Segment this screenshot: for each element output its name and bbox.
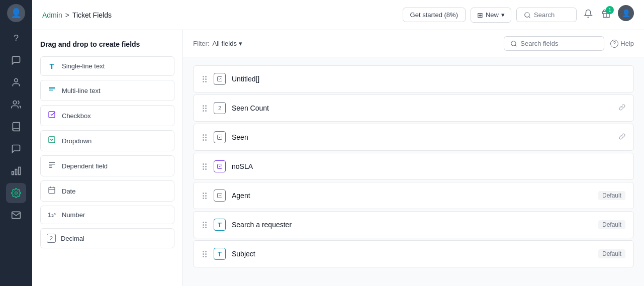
sidebar-icon-settings[interactable]	[6, 183, 26, 203]
drag-handle[interactable]	[202, 162, 208, 171]
field-type-badge	[214, 73, 226, 85]
default-badge: Default	[598, 191, 625, 200]
field-types-panel: Drag and drop to create fields T Single-…	[32, 30, 183, 286]
field-name: Search a requester	[232, 221, 592, 229]
svg-point-23	[511, 41, 516, 45]
svg-rect-4	[12, 171, 14, 175]
field-type-badge	[214, 189, 226, 202]
svg-rect-2	[19, 167, 20, 175]
breadcrumb-separator: >	[65, 11, 69, 19]
svg-line-7	[529, 16, 530, 18]
sidebar-icon-messages[interactable]	[6, 139, 26, 159]
breadcrumb: Admin > Ticket Fields	[42, 11, 112, 19]
sidebar-icon-contacts[interactable]	[6, 72, 26, 92]
svg-rect-3	[15, 169, 17, 175]
default-badge: Default	[598, 249, 625, 258]
content-area: Drag and drop to create fields T Single-…	[32, 30, 644, 286]
field-name: noSLA	[232, 162, 625, 170]
field-type-date[interactable]: Date	[40, 180, 174, 202]
default-badge: Default	[598, 220, 625, 229]
number-label: Number	[62, 211, 85, 219]
fields-content: Untitled[] 2 Seen Count	[183, 57, 644, 277]
filter-chevron-icon: ▾	[239, 40, 242, 47]
field-type-dependent[interactable]: Dependent field	[40, 155, 174, 176]
fields-list-header: Filter: All fields ▾ Search fields ? Hel…	[183, 30, 644, 57]
svg-point-6	[525, 12, 529, 17]
field-name: Seen Count	[232, 104, 613, 112]
svg-rect-14	[49, 137, 55, 143]
table-row[interactable]: Seen	[193, 124, 634, 151]
drag-handle[interactable]	[202, 221, 208, 229]
sidebar-icon-chat[interactable]	[6, 50, 26, 70]
get-started-button[interactable]: Get started (8%)	[403, 8, 466, 22]
field-type-badge: T	[214, 219, 226, 231]
field-type-checkbox[interactable]: Checkbox	[40, 105, 174, 126]
table-row[interactable]: T Subject Default	[193, 240, 634, 267]
dropdown-label: Dropdown	[62, 137, 91, 145]
search-fields-placeholder: Search fields	[520, 40, 558, 47]
sidebar-icon-knowledge[interactable]	[6, 117, 26, 137]
table-row[interactable]: T Search a requester Default	[193, 211, 634, 238]
breadcrumb-current: Ticket Fields	[72, 11, 112, 19]
decimal-label: Decimal	[61, 235, 84, 242]
field-panel-title: Drag and drop to create fields	[40, 40, 174, 48]
sidebar-icon-help[interactable]: ?	[6, 28, 26, 48]
filter-select[interactable]: All fields ▾	[213, 40, 242, 47]
header: Admin > Ticket Fields Get started (8%) ⊞…	[32, 0, 644, 30]
table-row[interactable]: Agent Default	[193, 182, 634, 209]
gift-button[interactable]: 1	[600, 7, 613, 23]
user-avatar[interactable]: 👤	[618, 5, 634, 21]
dependent-icon	[47, 161, 57, 171]
link-icon	[619, 133, 625, 141]
sidebar-icon-email[interactable]	[6, 205, 26, 225]
date-label: Date	[62, 187, 75, 195]
dropdown-icon	[47, 136, 57, 146]
svg-point-5	[15, 192, 18, 195]
svg-line-24	[515, 45, 517, 46]
drag-handle[interactable]	[202, 192, 208, 200]
notification-button[interactable]	[582, 7, 595, 23]
avatar[interactable]: 👤	[7, 4, 25, 22]
drag-handle[interactable]	[202, 104, 208, 113]
field-type-badge: T	[214, 248, 226, 260]
checkbox-icon	[47, 111, 57, 121]
svg-rect-29	[218, 194, 222, 198]
drag-handle[interactable]	[202, 250, 208, 258]
field-type-decimal[interactable]: 2 Decimal	[40, 228, 174, 248]
breadcrumb-admin-link[interactable]: Admin	[42, 11, 62, 19]
new-button[interactable]: ⊞ New ▾	[471, 8, 511, 23]
help-label: Help	[620, 40, 634, 47]
help-link[interactable]: ? Help	[610, 40, 634, 48]
search-fields-icon	[510, 40, 517, 47]
svg-rect-19	[49, 187, 55, 194]
notification-badge: 1	[606, 6, 614, 14]
field-name: Seen	[232, 133, 613, 141]
filter-area: Filter: All fields ▾	[193, 40, 242, 47]
field-type-single-line[interactable]: T Single-line text	[40, 56, 174, 76]
field-name: Subject	[232, 250, 592, 258]
search-fields-input[interactable]: Search fields	[504, 36, 604, 51]
table-row[interactable]: Untitled[]	[193, 65, 634, 92]
drag-handle[interactable]	[202, 75, 208, 83]
table-row[interactable]: 2 Seen Count	[193, 94, 634, 122]
svg-rect-28	[218, 164, 222, 169]
field-type-number[interactable]: 1₂³ Number	[40, 206, 174, 224]
single-line-icon: T	[47, 62, 57, 70]
main-container: Admin > Ticket Fields Get started (8%) ⊞…	[32, 0, 644, 286]
multi-line-label: Multi-line text	[62, 87, 101, 94]
sidebar-icon-reports[interactable]	[6, 161, 26, 181]
sidebar-icon-groups[interactable]	[6, 94, 26, 115]
bell-icon	[584, 9, 593, 18]
field-name: Untitled[]	[232, 75, 625, 83]
field-type-multi-line[interactable]: Multi-line text	[40, 80, 174, 101]
global-search-button[interactable]: Search	[516, 8, 577, 22]
table-row[interactable]: noSLA	[193, 153, 634, 180]
checkbox-label: Checkbox	[62, 112, 91, 120]
header-right: Get started (8%) ⊞ New ▾ Search 1 👤	[403, 5, 634, 25]
field-type-badge	[214, 131, 226, 143]
left-sidebar: 👤 ?	[0, 0, 32, 286]
field-type-dropdown[interactable]: Dropdown	[40, 130, 174, 151]
drag-handle[interactable]	[202, 133, 208, 142]
multi-line-icon	[47, 85, 57, 96]
new-chevron-icon: ▾	[501, 11, 505, 19]
